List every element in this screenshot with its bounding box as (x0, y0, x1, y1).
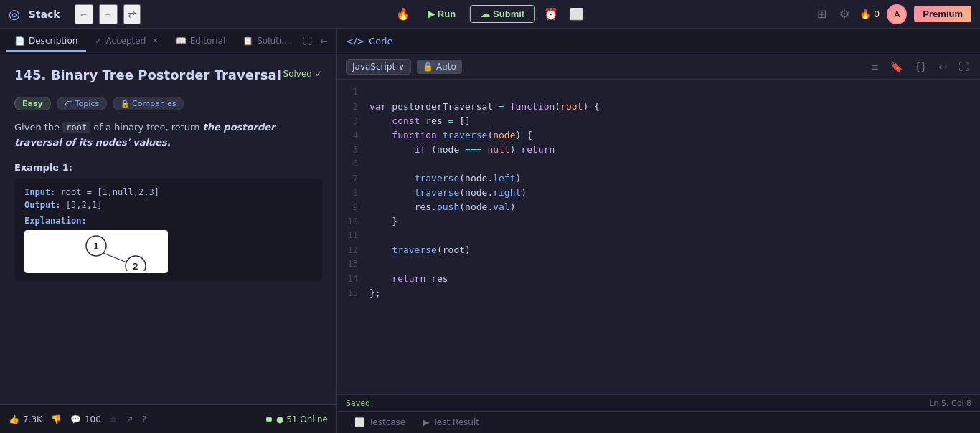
line-content: traverse(node.left) (369, 171, 521, 186)
example-title: Example 1: (14, 162, 322, 173)
companies-label: Companies (132, 99, 176, 108)
test-result-icon: ▶ (423, 417, 429, 427)
input-label: Input: (24, 187, 55, 197)
testcase-icon: ⬜ (354, 417, 365, 427)
star-icon: ☆ (110, 414, 118, 424)
submit-button[interactable]: ☁ Submit (470, 5, 535, 23)
line-content: if (node === null) return (369, 143, 555, 157)
comment-button[interactable]: 💬 100 (70, 414, 101, 424)
line-content: traverse(root) (369, 243, 471, 257)
nav-right: ⊞ ⚙ 🔥 0 A Premium (814, 4, 971, 24)
tab-testcase[interactable]: ⬜ Testcase (346, 414, 414, 432)
submit-label: Submit (493, 9, 524, 19)
like-count: 7.3K (23, 414, 42, 424)
dislike-button[interactable]: 👎 (51, 414, 62, 424)
topics-icon: 🏷 (65, 99, 72, 108)
braces-icon[interactable]: {} (911, 60, 930, 74)
tab-editorial[interactable]: 📖 Editorial (167, 32, 235, 52)
online-dot (266, 417, 272, 422)
nav-back-button[interactable]: ← (75, 4, 93, 24)
tab-description[interactable]: 📄 Description (6, 32, 86, 52)
help-button[interactable]: ? (142, 414, 146, 424)
line-content: } (369, 214, 397, 229)
run-button[interactable]: ▶ Run (419, 6, 464, 22)
tags-row: Easy 🏷 Topics 🔒 Companies (14, 97, 322, 110)
input-value: root = [1,null,2,3] (61, 187, 159, 197)
tab-solutions[interactable]: 📋 Soluti... (234, 32, 298, 52)
line-number: 6 (337, 157, 369, 170)
line-number: 13 (337, 257, 369, 270)
line-number: 5 (337, 143, 369, 156)
list-icon[interactable]: ≡ (868, 60, 882, 74)
shuffle-button[interactable]: ⇄ (123, 4, 141, 24)
share-button[interactable]: ↗ (126, 414, 133, 424)
main-content: 📄 Description ✓ Accepted ✕ 📖 Editorial 📋… (0, 29, 980, 433)
topics-label: Topics (75, 99, 99, 108)
code-line: 13 (337, 257, 980, 272)
explanation-label: Explanation: (24, 216, 312, 226)
code-line: 8 traverse(node.right) (337, 186, 980, 200)
solved-badge: Solved ✓ (283, 69, 322, 79)
problem-title: 145. Binary Tree Postorder Traversal (14, 66, 281, 84)
like-button[interactable]: 👍 7.3K (9, 414, 42, 424)
coins-display: 🔥 0 (859, 9, 880, 19)
input-line: Input: root = [1,null,2,3] (24, 187, 312, 197)
line-number: 11 (337, 229, 369, 242)
code-line: 2var postorderTraversal = function(root)… (337, 100, 980, 114)
svg-text:1: 1 (93, 241, 99, 252)
language-label: JavaScript (352, 62, 395, 72)
bottom-bar: 👍 7.3K 👎 💬 100 ☆ ↗ ? ● 51 Online (0, 404, 336, 433)
fullscreen-icon[interactable]: ⛶ (956, 60, 971, 74)
settings-button[interactable]: ⚙ (837, 4, 852, 24)
svg-line-2 (103, 253, 128, 263)
tab-editorial-label: Editorial (190, 36, 226, 46)
tab-solutions-icon: 📋 (242, 36, 253, 46)
line-content: function traverse(node) { (369, 128, 532, 143)
problem-content: 145. Binary Tree Postorder Traversal Sol… (0, 54, 336, 404)
line-content: res.push(node.val) (369, 200, 516, 214)
dislike-icon: 👎 (51, 414, 62, 424)
tab-solutions-label: Soluti... (257, 36, 289, 46)
tree-diagram: 1 2 (24, 230, 168, 273)
code-line: 12 traverse(root) (337, 243, 980, 257)
solved-check-icon: ✓ (315, 69, 322, 79)
line-number: 8 (337, 186, 369, 199)
code-line: 5 if (node === null) return (337, 143, 980, 157)
timer-button[interactable]: ⏰ (541, 4, 561, 24)
premium-button[interactable]: Premium (914, 6, 971, 22)
tab-accepted-icon: ✓ (95, 36, 102, 46)
square-button[interactable]: ⬜ (567, 4, 587, 24)
line-number: 10 (337, 215, 369, 228)
tab-editorial-icon: 📖 (176, 36, 187, 46)
undo-icon[interactable]: ↩ (936, 60, 950, 74)
language-select[interactable]: JavaScript ∨ (346, 59, 411, 75)
topics-tag[interactable]: 🏷 Topics (57, 97, 107, 110)
code-line: 7 traverse(node.left) (337, 171, 980, 186)
code-editor[interactable]: 12var postorderTraversal = function(root… (337, 80, 980, 394)
avatar[interactable]: A (887, 4, 907, 24)
grid-button[interactable]: ⊞ (814, 4, 829, 24)
fire-icon: 🔥 (393, 4, 413, 24)
star-button[interactable]: ☆ (110, 414, 118, 424)
tab-test-result[interactable]: ▶ Test Result (414, 414, 488, 432)
companies-tag[interactable]: 🔒 Companies (113, 97, 184, 110)
share-icon: ↗ (126, 414, 133, 424)
line-number: 2 (337, 100, 369, 113)
tab-accepted[interactable]: ✓ Accepted ✕ (86, 32, 166, 52)
tab-accepted-close[interactable]: ✕ (152, 37, 158, 44)
code-line: 3 const res = [] (337, 114, 980, 128)
svg-text:2: 2 (133, 261, 138, 271)
code-line: 14 return res (337, 272, 980, 286)
comment-count: 100 (85, 414, 101, 424)
bookmark-icon[interactable]: 🔖 (887, 60, 905, 74)
app-brand: Stack (29, 9, 60, 20)
output-line: Output: [3,2,1] (24, 200, 312, 210)
code-title-icon: </> (346, 36, 364, 47)
expand-button[interactable]: ⛶ (300, 33, 315, 49)
toolbar-right: ≡ 🔖 {} ↩ ⛶ (868, 60, 971, 74)
collapse-button[interactable]: ← (317, 33, 331, 49)
code-title-label: Code (369, 36, 392, 47)
tab-accepted-label: Accepted (105, 36, 146, 46)
nav-forward-button[interactable]: → (99, 4, 118, 24)
top-nav: ◎ Stack ← → ⇄ 🔥 ▶ Run ☁ Submit ⏰ ⬜ ⊞ ⚙ 🔥… (0, 0, 980, 29)
